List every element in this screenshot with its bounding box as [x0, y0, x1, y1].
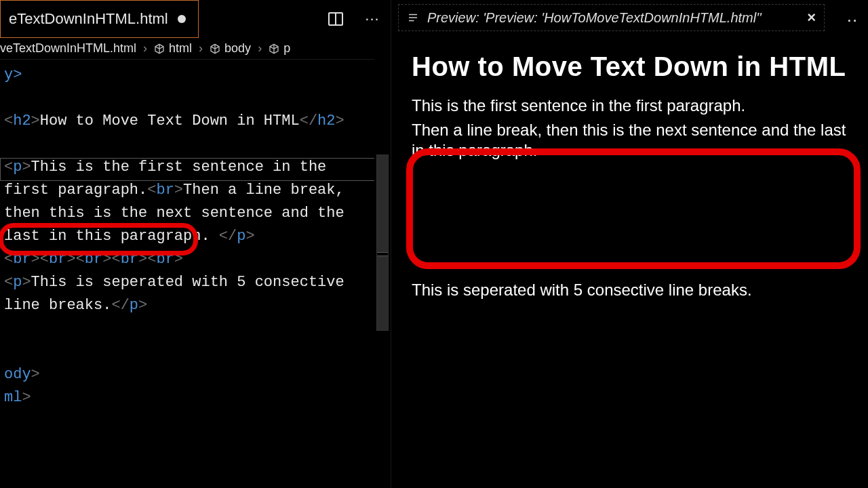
breadcrumb-html[interactable]: html — [154, 41, 192, 56]
code-token: > — [336, 113, 344, 129]
code-token: < — [4, 274, 13, 291]
chevron-right-icon: › — [140, 41, 150, 56]
preview-paragraph-1a: This is the first sentence in the first … — [412, 96, 849, 116]
code-token: > — [22, 274, 31, 291]
scrollbar-thumb[interactable] — [376, 155, 389, 331]
document-icon — [407, 12, 419, 24]
preview-blank-gap — [412, 165, 849, 280]
code-token: p — [130, 297, 138, 314]
preview-content: How to Move Text Down in HTML This is th… — [391, 38, 868, 488]
editor-tab-file[interactable]: eTextDownInHTML.html — [0, 0, 199, 38]
breadcrumb: veTextDownInHTML.html › html › body › — [0, 38, 391, 60]
breadcrumb-body[interactable]: body — [210, 41, 251, 56]
minimap-indicator — [377, 252, 388, 256]
code-token: last in this paragraph. — [4, 228, 219, 245]
code-token: > — [31, 366, 40, 383]
code-token: < — [4, 159, 13, 176]
code-token: < — [4, 113, 13, 129]
preview-tab-title: Preview: 'Preview: 'HowToMoveTextDownInH… — [427, 10, 799, 26]
element-icon — [210, 43, 220, 54]
modified-dot-icon — [178, 15, 186, 23]
code-token: > — [22, 389, 31, 406]
preview-heading: How to Move Text Down in HTML — [412, 52, 849, 82]
close-icon[interactable]: × — [807, 9, 816, 26]
tab-filename: eTextDownInHTML.html — [9, 10, 168, 28]
code-token: p — [237, 228, 245, 245]
breadcrumb-p[interactable]: p — [269, 41, 290, 56]
code-token: then this is the next sentence and the — [4, 205, 353, 222]
code-token: This is seperated with 5 consective — [31, 274, 353, 291]
more-actions-icon[interactable]: ··· — [362, 9, 382, 29]
code-token: p — [13, 159, 22, 176]
code-token: p — [13, 274, 22, 291]
code-token: > — [138, 297, 147, 314]
code-token: ody — [4, 366, 31, 383]
preview-paragraph-1b: Then a line break, then this is the next… — [412, 120, 849, 161]
code-token: > — [174, 182, 183, 199]
code-token: y> — [4, 66, 22, 83]
code-token: br — [156, 182, 174, 199]
editor-scrollbar[interactable] — [374, 58, 391, 488]
code-token: ml — [4, 389, 22, 406]
more-actions-icon[interactable]: ·· — [842, 9, 863, 30]
code-token: h2 — [317, 113, 335, 129]
code-token: </ — [300, 113, 317, 129]
code-token: h2 — [13, 113, 31, 129]
chevron-right-icon: › — [255, 41, 264, 56]
code-token: > — [245, 228, 254, 245]
code-token: </ — [111, 297, 129, 314]
code-token: first paragraph. — [4, 182, 147, 199]
preview-paragraph-2: This is seperated with 5 consective line… — [412, 280, 849, 300]
element-icon — [269, 43, 279, 54]
code-token: line breaks. — [4, 297, 111, 314]
preview-tab[interactable]: Preview: 'Preview: 'HowToMoveTextDownInH… — [398, 4, 825, 31]
code-token: How to Move Text Down in HTML — [40, 113, 300, 129]
code-token: Then a line break, — [183, 182, 353, 199]
chevron-right-icon: › — [196, 41, 205, 56]
split-editor-icon[interactable] — [326, 9, 346, 29]
element-icon — [154, 43, 165, 54]
preview-tabs: Preview: 'Preview: 'HowToMoveTextDownInH… — [391, 0, 868, 38]
editor-tabs: eTextDownInHTML.html ··· — [0, 0, 391, 38]
code-token: < — [147, 182, 156, 199]
code-token: This is the first sentence in the — [31, 159, 336, 176]
code-token: > — [31, 113, 40, 129]
code-token: > — [22, 159, 31, 176]
breadcrumb-file[interactable]: veTextDownInHTML.html — [0, 41, 136, 56]
code-token: </ — [219, 228, 237, 245]
code-editor[interactable]: y> <h2>How to Move Text Down in HTML</h2… — [0, 60, 391, 488]
